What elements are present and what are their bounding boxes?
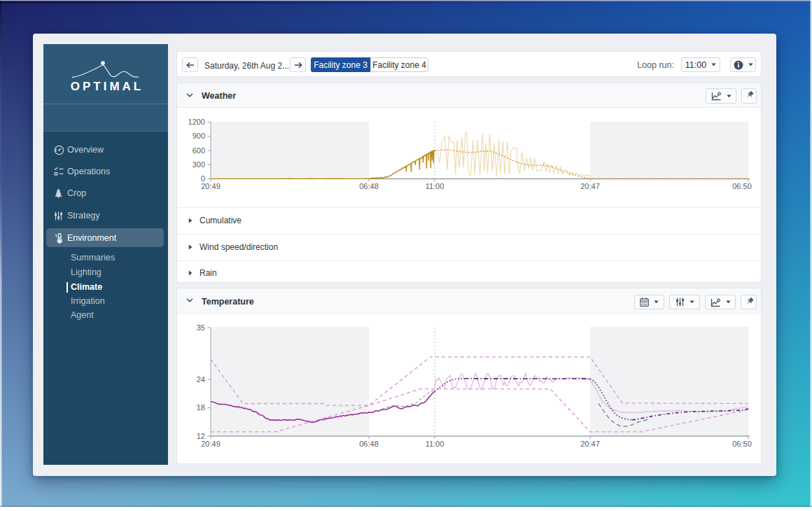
svg-text:600: 600	[192, 146, 205, 155]
svg-text:300: 300	[192, 160, 205, 169]
svg-text:06:50: 06:50	[732, 440, 752, 448]
svg-text:11:00: 11:00	[426, 182, 444, 190]
svg-text:20:49: 20:49	[201, 440, 220, 448]
svg-text:1200: 1200	[188, 118, 205, 126]
svg-text:20:49: 20:49	[201, 182, 220, 190]
svg-text:18: 18	[197, 403, 205, 412]
svg-text:11:00: 11:00	[426, 440, 444, 448]
svg-text:20:47: 20:47	[580, 440, 600, 448]
svg-text:06:48: 06:48	[359, 440, 379, 448]
svg-text:900: 900	[192, 132, 205, 140]
svg-text:35: 35	[197, 323, 205, 332]
svg-text:20:47: 20:47	[580, 182, 600, 190]
svg-text:06:48: 06:48	[359, 182, 379, 190]
svg-text:06:50: 06:50	[732, 182, 752, 190]
svg-text:24: 24	[197, 375, 205, 384]
